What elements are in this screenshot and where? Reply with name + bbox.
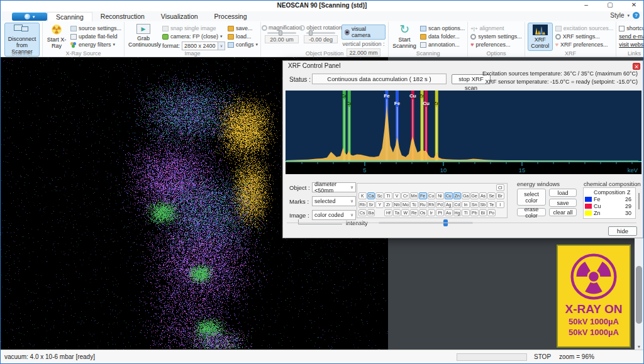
element-chip-rh[interactable]: Rh [428,201,436,208]
system-settings-button[interactable]: system settings... [470,33,522,40]
element-chip-cr[interactable]: Cr [401,192,409,199]
element-chip-ir[interactable]: Ir [428,209,436,216]
element-chip-ru[interactable]: Ru [419,201,427,208]
send-email-link[interactable]: send e-mail [619,33,644,40]
maximize-icon[interactable]: ▢ [606,1,614,8]
alignment-button[interactable]: +|+ alignment [470,25,522,31]
grab-continuously-button[interactable]: ▶ Grab Continuously [127,23,160,49]
element-chip-ni[interactable]: Ni [436,192,444,199]
element-chip-cu[interactable]: Cu [445,192,453,199]
object-rotation-slider[interactable] [306,32,335,34]
element-chip-ge[interactable]: Ge [470,192,479,199]
annotation-button[interactable]: annotation... [420,41,465,48]
preferences-button[interactable]: ♥ preferences... [470,41,522,48]
element-chip-y[interactable]: Y [375,201,384,208]
element-chip-as[interactable]: As [479,192,487,199]
tab-processing[interactable]: Processing [206,12,255,21]
element-chip-ag[interactable]: Ag [445,201,453,208]
checkbox-icon[interactable] [619,26,625,31]
element-chip-rb[interactable]: Rb [358,201,367,208]
clear-all-button[interactable]: clear all [549,208,577,216]
element-chip-bi[interactable]: Bi [479,209,487,216]
element-chip-ca[interactable]: Ca [367,192,375,199]
configs-button[interactable]: configs ▾ [228,41,258,48]
chevron-down-icon[interactable]: ∨ [218,41,225,50]
element-chip-pt[interactable]: Pt [436,209,444,216]
element-chip-ga[interactable]: Ga [462,192,470,199]
minimize-icon[interactable]: – [582,1,591,8]
erase-color-button[interactable]: erase color [517,208,546,216]
marks-dropdown[interactable]: selected∨ [312,196,356,206]
element-chip-cd[interactable]: Cd [453,201,462,208]
element-chip-in[interactable]: In [462,201,470,208]
element-chip-cs[interactable]: Cs [358,209,367,216]
visual-camera-button[interactable]: visual camera [341,25,386,40]
update-flat-field-button[interactable]: update flat-field [70,33,121,40]
panel-close-icon[interactable]: ✕ [633,63,640,70]
composition-row-cu[interactable]: Cu 29 [585,202,634,209]
element-chip-co[interactable]: Co [428,192,436,199]
composition-scrollbar[interactable] [638,193,640,209]
element-chip-ta[interactable]: Ta [393,209,401,216]
scrollbar-thumb[interactable] [636,266,642,324]
element-chip-hf[interactable]: Hf [384,209,392,216]
style-menu[interactable]: Style [610,12,624,19]
help-icon[interactable]: ? [633,12,640,19]
load-button[interactable]: load... [228,33,258,40]
object-dropdown[interactable]: diameter <50mm∨ [312,182,356,192]
composition-row-fe[interactable]: Fe 26 [585,196,634,202]
element-chip-hg[interactable]: Hg [453,209,462,216]
image-dropdown[interactable]: color coded∨ [312,210,356,220]
close-icon[interactable]: ✕ [630,1,638,8]
snap-single-image-button[interactable]: snap single image [162,25,225,31]
start-xray-button[interactable]: Start X-Ray [45,23,68,50]
magnification-slider[interactable] [267,32,296,34]
element-chip-i[interactable]: I [496,201,504,208]
element-chip-mn[interactable]: Mn [410,192,418,199]
select-color-button[interactable]: select color [517,189,546,206]
tab-visualization[interactable]: Visualization [153,12,206,21]
scroll-down-icon[interactable]: ▾ [635,344,643,350]
element-chip-ti[interactable]: Ti [384,192,392,199]
excitation-sources-button[interactable]: excitation sources... [555,25,614,31]
tab-scanning[interactable]: Scanning [47,12,92,21]
save-button[interactable]: save... [228,25,258,31]
element-chip-br[interactable]: Br [496,192,504,199]
element-chip-se[interactable]: Se [487,192,496,199]
app-menu-button[interactable]: ▾ [12,13,47,21]
tab-reconstruction[interactable]: Reconstruction [92,12,153,21]
load-colors-button[interactable]: load [549,189,577,197]
element-chip-sc[interactable]: Sc [375,192,384,199]
source-settings-button[interactable]: source settings... [70,25,121,31]
element-chip-zn[interactable]: Zn [453,192,462,199]
data-folder-button[interactable]: data folder... [420,33,465,40]
start-scanning-button[interactable]: ↻ Start Scanning [391,23,418,50]
element-chip-sb[interactable]: Sb [479,201,487,208]
element-chip-ba[interactable]: Ba [367,209,375,216]
element-chip-sn[interactable]: Sn [470,201,479,208]
xrf-control-button[interactable]: XRF Control [528,23,553,51]
element-chip-po[interactable]: Po [487,209,496,216]
save-colors-button[interactable]: save [549,199,577,207]
element-chip-zr[interactable]: Zr [384,201,392,208]
visit-website-link[interactable]: visit website [619,41,644,48]
element-chip-mo[interactable]: Mo [401,201,409,208]
element-chip-te[interactable]: Te [487,201,496,208]
element-chip-au[interactable]: Au [445,209,453,216]
energy-filters-button[interactable]: energy filters ▾ [70,41,121,48]
hide-panel-button[interactable]: hide [608,226,637,236]
vertical-scrollbar[interactable]: ▾ [635,238,643,350]
element-chip-re[interactable]: Re [410,209,418,216]
element-chip-fe[interactable]: Fe [419,192,427,199]
stop-label[interactable]: STOP [534,353,551,360]
element-chip-v[interactable]: V [393,192,401,199]
xrf-preferences-button[interactable]: ♥ XRF preferences... [555,41,614,48]
element-chip-w[interactable]: W [401,209,409,216]
camera-select-button[interactable]: camera: FP (close) ▾ [162,33,225,40]
composition-row-zn[interactable]: Zn 30 [585,209,634,216]
element-chip-sr[interactable]: Sr [367,201,375,208]
scan-options-button[interactable]: scan options... [420,25,465,31]
element-chip-pb[interactable]: Pb [470,209,479,216]
element-chip-tl[interactable]: Tl [462,209,470,216]
shortcuts-checkbox[interactable]: shortcuts [619,25,644,31]
